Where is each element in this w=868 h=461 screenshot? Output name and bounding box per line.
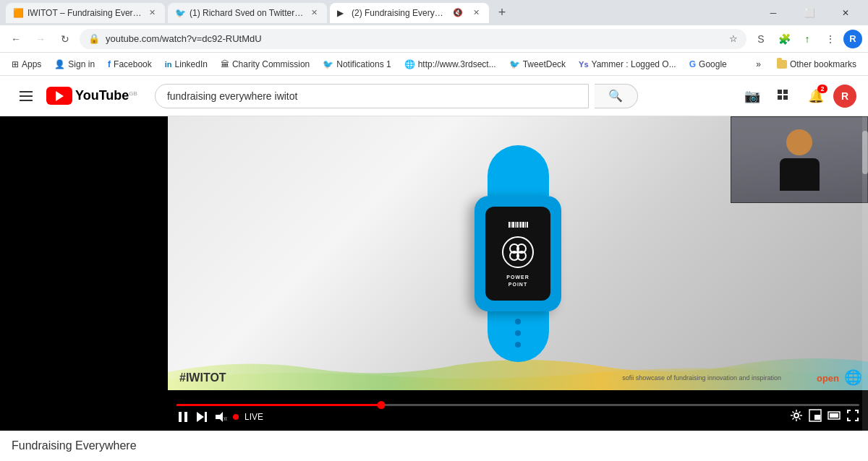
minimize-button[interactable]: ─ xyxy=(757,0,790,25)
bookmark-tweetdeck[interactable]: 🐦 TweetDeck xyxy=(503,56,571,73)
url-text: youtube.com/watch?v=dc92-RUtMdU xyxy=(106,33,723,44)
svg-text:)))): )))) xyxy=(224,416,227,421)
youtube-region-label: GB xyxy=(129,90,137,97)
facebook-icon: f xyxy=(108,59,111,69)
strap-hole-2 xyxy=(515,330,521,336)
person-figure xyxy=(780,129,820,191)
bookmarks-more-button[interactable]: » xyxy=(750,56,767,73)
yammer-icon: Ys xyxy=(579,60,588,69)
bookmark-yammer[interactable]: Ys Yammer : Logged O... xyxy=(573,56,682,73)
notifications-button[interactable]: 🔔 2 xyxy=(801,82,830,111)
powerpoint-logo-circle xyxy=(502,236,534,268)
svg-point-14 xyxy=(794,413,799,418)
bookmark-google[interactable]: G Google xyxy=(684,56,733,73)
video-main-area[interactable]: POWER POINT xyxy=(168,116,868,390)
forward-button[interactable]: → xyxy=(30,29,51,49)
update-icon[interactable]: ↑ xyxy=(797,29,817,49)
other-bookmarks-folder[interactable]: Other bookmarks xyxy=(771,56,862,73)
svg-rect-8 xyxy=(179,412,182,422)
menu-icon[interactable]: ⋮ xyxy=(820,29,841,49)
tab-favicon-youtube: ▶ xyxy=(337,8,347,18)
tab-twitter[interactable]: 🐦 (1) Richard Sved on Twitter: "Fun... ✕ xyxy=(168,3,327,23)
bookmark-star-icon[interactable]: ☆ xyxy=(729,33,738,44)
tweetdeck-icon: 🐦 xyxy=(509,59,520,69)
apps-button[interactable] xyxy=(770,82,799,111)
search-input[interactable] xyxy=(155,84,589,108)
back-button[interactable]: ← xyxy=(6,29,26,49)
progress-dot xyxy=(378,401,386,409)
bookmark-label-apps: Apps xyxy=(22,59,41,69)
volume-button[interactable]: )))) xyxy=(214,410,227,423)
tab-close-iwitot[interactable]: ✕ xyxy=(146,7,158,19)
tab-muted-icon: 🔇 xyxy=(453,8,463,17)
volume-icon: )))) xyxy=(214,410,227,423)
profile-button[interactable]: R xyxy=(843,30,862,48)
more-label: » xyxy=(756,59,761,69)
open-text: open xyxy=(817,373,839,384)
maximize-button[interactable]: ⬜ xyxy=(793,0,826,25)
3rdsect-favicon: 🌐 xyxy=(404,59,415,69)
youtube-header: YouTubeGB 🔍 📷 🔔 2 R xyxy=(0,76,868,116)
other-bookmarks-label: Other bookmarks xyxy=(790,59,856,69)
barcode-row xyxy=(509,222,528,228)
video-content: POWER POINT xyxy=(0,116,868,431)
bookmark-linkedin[interactable]: in LinkedIn xyxy=(159,56,213,73)
search-button[interactable]: 🔍 xyxy=(595,84,638,108)
pause-button[interactable] xyxy=(176,410,190,423)
bookmark-3rdsect[interactable]: 🌐 http://www.3rdsect... xyxy=(399,56,502,73)
tab-close-twitter[interactable]: ✕ xyxy=(308,7,320,19)
new-tab-button[interactable]: + xyxy=(492,3,512,23)
powerpoint-logo-icon xyxy=(508,242,528,262)
youtube-menu-button[interactable] xyxy=(12,82,41,111)
bookmark-facebook[interactable]: f Facebook xyxy=(102,56,158,73)
tab-title-youtube: (2) Fundraising Everywhere xyxy=(352,8,448,18)
tab-youtube[interactable]: ▶ (2) Fundraising Everywhere 🔇 ✕ xyxy=(330,3,489,23)
skip-button[interactable] xyxy=(195,410,208,423)
bookmark-charity[interactable]: 🏛 Charity Commission xyxy=(215,56,315,73)
globe-icon-bottom: 🌐 xyxy=(844,369,862,386)
strap-top xyxy=(488,145,549,196)
upload-button[interactable]: 📷 xyxy=(738,82,767,111)
video-title: Fundraising Everywhere xyxy=(12,439,856,452)
fullscreen-button[interactable] xyxy=(846,409,859,425)
bookmark-label-notifications: Notifications 1 xyxy=(336,59,391,69)
refresh-button[interactable]: ↻ xyxy=(55,29,75,49)
progress-bar[interactable] xyxy=(176,404,859,406)
skype-icon[interactable]: S xyxy=(751,29,771,49)
youtube-play-icon xyxy=(56,91,64,101)
bookmark-signin[interactable]: 👤 Sign in xyxy=(48,56,101,73)
scrollbar-thumb[interactable] xyxy=(862,131,868,174)
webcam-overlay xyxy=(731,116,868,203)
settings-button[interactable] xyxy=(790,409,803,425)
youtube-logo-text: YouTubeGB xyxy=(75,88,137,103)
svg-rect-1 xyxy=(783,90,788,94)
tab-iwitot[interactable]: 🟧 IWITOT – Fundraising Everywhere ✕ xyxy=(6,3,165,23)
svg-rect-16 xyxy=(814,415,820,420)
notifications-badge: 2 xyxy=(817,85,827,93)
svg-rect-0 xyxy=(778,90,782,94)
svg-rect-9 xyxy=(184,412,187,422)
strap-hole-1 xyxy=(515,319,521,324)
person-head xyxy=(786,129,812,155)
title-bar: 🟧 IWITOT – Fundraising Everywhere ✕ 🐦 (1… xyxy=(0,0,868,25)
user-avatar[interactable]: R xyxy=(833,85,856,108)
youtube-logo[interactable]: YouTubeGB xyxy=(46,87,137,105)
live-dot xyxy=(233,414,239,420)
url-bar[interactable]: 🔒 youtube.com/watch?v=dc92-RUtMdU ☆ xyxy=(80,29,746,49)
theater-button[interactable] xyxy=(827,409,841,425)
address-icons: S 🧩 ↑ ⋮ R xyxy=(751,29,862,49)
tab-title-iwitot: IWITOT – Fundraising Everywhere xyxy=(27,8,142,18)
tab-favicon-iwitot: 🟧 xyxy=(13,8,23,18)
video-controls-bar: )))) LIVE xyxy=(168,390,868,431)
bookmark-label-tweetdeck: TweetDeck xyxy=(523,59,566,69)
tab-close-youtube[interactable]: ✕ xyxy=(470,7,482,19)
miniplayer-button[interactable] xyxy=(809,409,822,425)
video-left-padding xyxy=(0,116,168,390)
svg-rect-2 xyxy=(778,95,782,100)
extensions-icon[interactable]: 🧩 xyxy=(774,29,794,49)
screen-text-powerpoint: POWER POINT xyxy=(506,274,529,288)
close-button[interactable]: ✕ xyxy=(829,0,862,25)
person-body xyxy=(780,158,820,191)
bookmark-notifications[interactable]: 🐦 Notifications 1 xyxy=(317,56,396,73)
bookmark-apps[interactable]: ⊞ Apps xyxy=(6,56,47,73)
